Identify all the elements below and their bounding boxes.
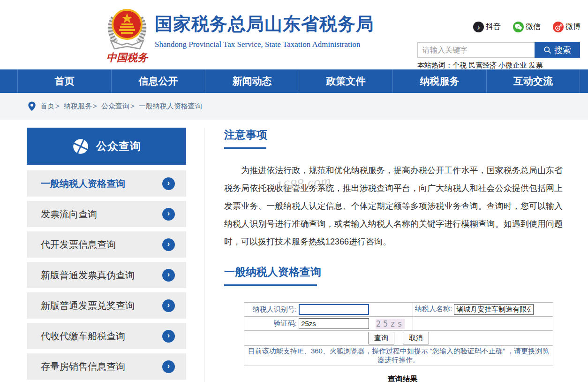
- chevron-right-icon: ›: [162, 238, 175, 251]
- search-button[interactable]: 搜索: [535, 42, 580, 58]
- query-submit-button[interactable]: 查询: [368, 332, 394, 344]
- captcha-label: 验证码:: [246, 319, 297, 328]
- page: 中国税务 国家税务总局山东省税务局 Shandong Provincial Ta…: [0, 0, 588, 382]
- site-title: 国家税务总局山东省税务局: [155, 12, 374, 36]
- sidebar-item-invoice-flow-query[interactable]: 发票流向查询 ›: [27, 201, 186, 227]
- results-section: 查询结果 纳税人识别号 纳税人名称 纳税人资格名称 有效期起 有效期止 9137…: [244, 374, 561, 382]
- main-nav: 首页 信息公开 新闻动态 政策文件 纳税服务 互动交流: [0, 69, 588, 93]
- tax-bureau-logo-icon: 中国税务: [102, 2, 152, 65]
- breadcrumb-bar: 首页> 纳税服务> 公众查询> 一般纳税人资格查询: [0, 93, 588, 120]
- search-input[interactable]: [417, 42, 535, 58]
- main-panel: 注意事项 为推进依法行政，规范和优化纳税服务，提高办税公开工作水平，国家税务总局…: [224, 128, 563, 382]
- breadcrumb-current-page: 一般纳税人资格查询: [139, 102, 202, 110]
- nav-item-policy[interactable]: 政策文件: [299, 69, 392, 93]
- nav-item-info-disclosure[interactable]: 信息公开: [111, 69, 205, 93]
- sidebar: 公众查询 一般纳税人资格查询 › 发票流向查询 › 代开发票信息查询 › 新版普…: [27, 128, 186, 382]
- chevron-right-icon: ›: [162, 269, 175, 282]
- site-subtitle: Shandong Provincial Tax Service, State T…: [155, 40, 374, 49]
- breadcrumb: 首页> 纳税服务> 公众查询> 一般纳税人资格查询: [40, 102, 202, 111]
- site-header: 中国税务 国家税务总局山东省税务局 Shandong Provincial Ta…: [0, 0, 588, 69]
- sidebar-item-vehicle-vessel-tax-query[interactable]: 代收代缴车船税查询 ›: [27, 323, 186, 349]
- sidebar-divider: [204, 128, 204, 382]
- notice-title-underline: [224, 147, 266, 149]
- taxpayer-id-label: 纳税人识别号:: [246, 305, 297, 314]
- sidebar-item-invoice-prize-query[interactable]: 新版普通发票兑奖查询 ›: [27, 292, 186, 319]
- browser-support-note: 目前该功能支持IE、360、火狐浏览器，操作过程中如提示 “您输入的验证码不正确…: [244, 346, 553, 366]
- douyin-label: 抖音: [486, 22, 501, 32]
- captcha-input[interactable]: [299, 318, 369, 329]
- site-search: 搜索: [417, 42, 580, 58]
- breadcrumb-tax-service[interactable]: 纳税服务: [64, 102, 92, 110]
- query-section-title: 一般纳税人资格查询: [224, 265, 563, 279]
- location-pin-icon: [27, 101, 37, 112]
- sidebar-item-issued-invoice-info-query[interactable]: 代开发票信息查询 ›: [27, 231, 186, 258]
- sidebar-header: 公众查询: [27, 128, 186, 165]
- sidebar-item-invoice-authenticity-query[interactable]: 新版普通发票真伪查询 ›: [27, 262, 186, 288]
- douyin-link[interactable]: ♪ 抖音: [473, 22, 501, 32]
- notice-title: 注意事项: [224, 128, 563, 142]
- taxpayer-name-label: 纳税人名称:: [415, 305, 452, 313]
- taxpayer-name-input[interactable]: [454, 304, 534, 315]
- douyin-icon: ♪: [473, 22, 484, 32]
- breadcrumb-public-query[interactable]: 公众查询: [101, 102, 129, 110]
- chevron-right-icon: ›: [162, 330, 175, 343]
- search-icon: [543, 46, 551, 54]
- wechat-label: 微信: [526, 22, 541, 32]
- wechat-link[interactable]: 微信: [513, 22, 541, 32]
- notice-body: 为推进依法行政，规范和优化纳税服务，提高办税公开工作水平，国家税务总局山东省税务…: [224, 161, 563, 251]
- sidebar-title: 公众查询: [96, 139, 141, 153]
- nav-item-interaction[interactable]: 互动交流: [486, 69, 580, 93]
- query-cancel-button[interactable]: 取消: [403, 332, 429, 344]
- weibo-link[interactable]: 微博: [553, 22, 580, 32]
- wechat-icon: [513, 22, 524, 32]
- hot-words: 本站热词：个税 民营经济 小微企业 发票: [417, 61, 543, 70]
- weibo-label: 微博: [565, 22, 580, 32]
- captcha-image[interactable]: 25zs: [376, 319, 405, 329]
- nav-item-home[interactable]: 首页: [17, 69, 111, 93]
- svg-text:中国税务: 中国税务: [106, 52, 149, 63]
- nav-item-news[interactable]: 新闻动态: [205, 69, 299, 93]
- weibo-icon: [553, 22, 564, 32]
- chevron-right-icon: ›: [162, 208, 175, 221]
- results-title: 查询结果: [244, 374, 561, 382]
- taxpayer-id-input[interactable]: [299, 304, 369, 315]
- social-links: ♪ 抖音 微信: [473, 22, 580, 32]
- chevron-right-icon: ›: [162, 177, 175, 190]
- chevron-right-icon: ›: [162, 360, 175, 373]
- query-form: 纳税人识别号: 纳税人名称: 验证码: 25zs: [244, 302, 553, 366]
- query-title-underline: [224, 284, 317, 286]
- content-area: 公众查询 一般纳税人资格查询 › 发票流向查询 › 代开发票信息查询 › 新版普…: [0, 120, 588, 382]
- breadcrumb-home[interactable]: 首页: [40, 102, 54, 110]
- sidebar-item-general-taxpayer-query[interactable]: 一般纳税人资格查询 ›: [27, 170, 186, 197]
- pinwheel-icon: [72, 138, 90, 155]
- nav-item-tax-service[interactable]: 纳税服务: [392, 69, 486, 93]
- site-title-block: 国家税务总局山东省税务局 Shandong Provincial Tax Ser…: [155, 12, 374, 49]
- chevron-right-icon: ›: [162, 299, 175, 312]
- search-button-label: 搜索: [554, 45, 571, 56]
- sidebar-item-housing-sales-info-query[interactable]: 存量房销售信息查询 ›: [27, 353, 186, 380]
